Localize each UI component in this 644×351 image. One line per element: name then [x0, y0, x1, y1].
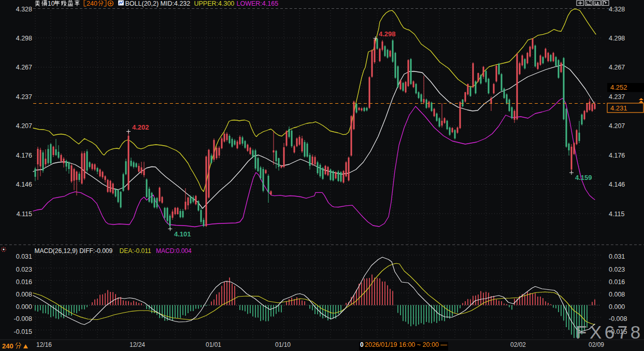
svg-text:BOLL(20,2) MID:4.232: BOLL(20,2) MID:4.232 [125, 0, 191, 7]
svg-text:0.000: 0.000 [16, 303, 32, 311]
svg-text:DEA:-0.011: DEA:-0.011 [120, 247, 151, 255]
svg-text:02/02: 02/02 [510, 341, 526, 348]
svg-text:4.237: 4.237 [16, 93, 32, 101]
svg-text:4.267: 4.267 [16, 64, 32, 71]
svg-text:-0.008: -0.008 [14, 315, 32, 322]
svg-text:4.207: 4.207 [609, 122, 625, 130]
svg-text:4.176: 4.176 [16, 152, 32, 159]
svg-text:4.146: 4.146 [609, 181, 625, 188]
svg-text:0: 0 [360, 341, 364, 348]
svg-text:FX678: FX678 [576, 322, 643, 342]
svg-text:12/16: 12/16 [36, 341, 52, 348]
svg-text:4.328: 4.328 [16, 6, 32, 13]
svg-text:4.202: 4.202 [132, 123, 149, 131]
svg-text:4.298: 4.298 [379, 30, 396, 38]
svg-text:0.031: 0.031 [609, 253, 625, 260]
svg-text:UPPER:4.300: UPPER:4.300 [194, 0, 235, 7]
svg-text:4.101: 4.101 [174, 230, 191, 238]
svg-text:4.252: 4.252 [610, 83, 627, 91]
svg-text:LOWER:4.165: LOWER:4.165 [237, 0, 279, 7]
svg-text:4.267: 4.267 [609, 64, 625, 71]
svg-text:0.016: 0.016 [16, 278, 32, 286]
svg-text:0.016: 0.016 [609, 278, 625, 286]
svg-text:MACD(26,12,9) DIFF:-0.009: MACD(26,12,9) DIFF:-0.009 [35, 247, 113, 255]
svg-text:0.023: 0.023 [609, 266, 625, 273]
svg-text:240: 240 [87, 0, 97, 7]
svg-text:-0.008: -0.008 [609, 315, 627, 322]
svg-text:4.298: 4.298 [609, 35, 625, 42]
svg-text:0.008: 0.008 [16, 291, 32, 298]
svg-text:10: 10 [48, 0, 55, 7]
svg-text:4.328: 4.328 [609, 6, 625, 13]
svg-text:4.146: 4.146 [16, 181, 32, 188]
svg-text:01/10: 01/10 [275, 341, 291, 348]
svg-text:240: 240 [2, 342, 13, 350]
svg-text:4.115: 4.115 [609, 210, 624, 218]
svg-text:01/01: 01/01 [206, 341, 221, 348]
svg-text:4.231: 4.231 [610, 104, 627, 112]
svg-text:4.176: 4.176 [609, 152, 625, 159]
svg-text:-0.015: -0.015 [14, 328, 32, 335]
svg-text:02/09: 02/09 [589, 341, 604, 348]
svg-text:4.298: 4.298 [16, 35, 32, 42]
svg-text:4.159: 4.159 [575, 174, 592, 181]
svg-text:4.115: 4.115 [17, 210, 32, 218]
svg-text:0.000: 0.000 [609, 303, 625, 311]
svg-text:0.008: 0.008 [609, 291, 625, 298]
svg-text:4.207: 4.207 [16, 122, 32, 130]
svg-text:0.031: 0.031 [16, 253, 32, 260]
svg-text:MACD:0.004: MACD:0.004 [156, 247, 192, 255]
svg-text:2026/01/19 16:00 ~ 20:00 —: 2026/01/19 16:00 ~ 20:00 — [365, 341, 447, 348]
svg-text:4.237: 4.237 [609, 93, 625, 101]
svg-text:12/24: 12/24 [130, 341, 145, 348]
svg-text:0.023: 0.023 [16, 266, 32, 273]
